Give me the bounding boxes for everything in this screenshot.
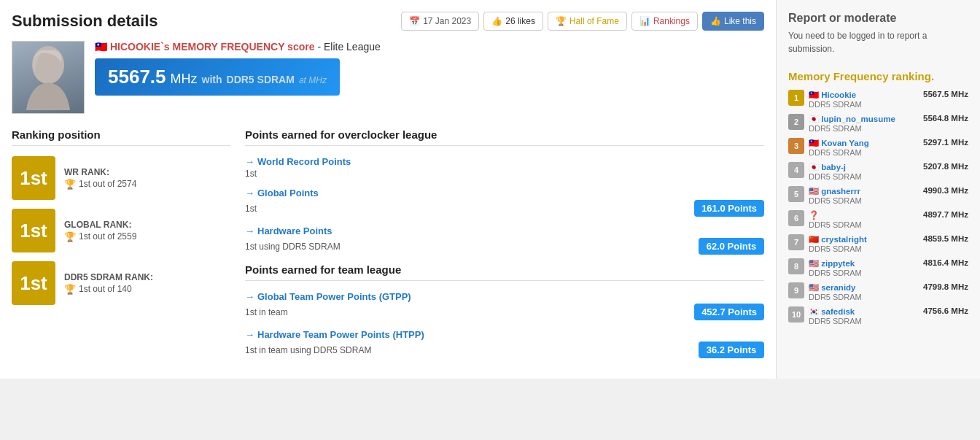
wr-points-category: World Record Points xyxy=(245,156,764,167)
trophy-icon-global: 🏆 xyxy=(64,231,76,242)
global-rank-value: 🏆 1st out of 2559 xyxy=(64,231,230,242)
sidebar-rank-name[interactable]: 🇹🇼 Hicookie xyxy=(809,90,919,100)
sidebar-rank-num: 9 xyxy=(788,282,804,298)
team-section-title: Points earned for team league xyxy=(245,263,764,281)
gtpp-value-row: 1st in team 452.7 Points xyxy=(245,304,764,320)
sidebar-rank-item: 8🇺🇸 zippytekDDR5 SDRAM4816.4 MHz xyxy=(788,258,968,277)
gtpp-points-row: Global Team Power Points (GTPP) 1st in t… xyxy=(245,291,764,320)
sidebar-rank-name[interactable]: 🇺🇸 zippytek xyxy=(809,258,919,269)
sidebar-rank-score: 4756.6 MHz xyxy=(923,306,968,315)
trophy-icon: 🏆 xyxy=(556,16,567,26)
sidebar-rank-sub: DDR5 SDRAM xyxy=(809,124,919,133)
sidebar-rank-score: 4990.3 MHz xyxy=(923,186,968,195)
sidebar-rank-item: 2🇯🇵 lupin_no_musumeDDR5 SDRAM5564.8 MHz xyxy=(788,114,968,133)
sidebar-rank-name[interactable]: 🇺🇸 seranidy xyxy=(809,282,919,293)
gtpp-badge: 452.7 Points xyxy=(694,304,764,320)
global-points-badge: 161.0 Points xyxy=(694,200,764,217)
sidebar-rank-score: 5297.1 MHz xyxy=(923,138,968,147)
sidebar-rank-sub: DDR5 SDRAM xyxy=(809,244,919,253)
sidebar-rank-info: 🇹🇼 HicookieDDR5 SDRAM xyxy=(809,90,919,109)
sidebar-rank-num: 5 xyxy=(788,186,804,202)
wr-rank-info: WR RANK: 🏆 1st out of 2574 xyxy=(64,167,230,190)
sidebar-rank-score: 4897.7 MHz xyxy=(923,210,968,219)
hardware-points-category: Hardware Points xyxy=(245,225,764,236)
sidebar-rank-sub: DDR5 SDRAM xyxy=(809,172,919,181)
sidebar-rank-score: 5567.5 MHz xyxy=(923,90,968,99)
rankings-button[interactable]: 📊 Rankings xyxy=(631,12,698,31)
ranking-position-col: Ranking position 1st WR RANK: 🏆 1st out … xyxy=(12,128,230,367)
dash: - xyxy=(317,41,324,53)
hall-of-fame-button[interactable]: 🏆 Hall of Fame xyxy=(548,12,627,31)
global-points-row: Global Points 1st 161.0 Points xyxy=(245,188,764,217)
wr-ranking-row: 1st WR RANK: 🏆 1st out of 2574 xyxy=(12,156,230,200)
sidebar-rank-info: 🇺🇸 zippytekDDR5 SDRAM xyxy=(809,258,919,277)
thumbs-up-icon: 👍 xyxy=(710,16,721,26)
sidebar-rank-item: 9🇺🇸 seranidyDDR5 SDRAM4799.8 MHz xyxy=(788,282,968,301)
sidebar-rank-name[interactable]: 🇯🇵 lupin_no_musume xyxy=(809,114,919,124)
report-title: Report or moderate xyxy=(788,12,968,25)
sidebar-rank-score: 4799.8 MHz xyxy=(923,282,968,291)
ddr5-ranking-row: 1st DDR5 SDRAM RANK: 🏆 1st out of 140 xyxy=(12,261,230,305)
submission-info: 🇹🇼 HICOOKIE`s MEMORY FREQUENCY score - E… xyxy=(12,41,764,114)
sidebar-ranking-title: Memory Frequency ranking. xyxy=(788,70,968,82)
sidebar-rank-item: 7🇨🇳 crystalrightDDR5 SDRAM4859.5 MHz xyxy=(788,234,968,253)
sidebar-rank-name[interactable]: 🇺🇸 gnasherrr xyxy=(809,186,919,196)
sidebar-rank-name[interactable]: 🇰🇷 safedisk xyxy=(809,306,919,317)
sidebar-rank-sub: DDR5 SDRAM xyxy=(809,196,919,205)
global-rank-info: GLOBAL RANK: 🏆 1st out of 2559 xyxy=(64,220,230,242)
date-icon: 📅 xyxy=(409,16,420,26)
sidebar-rank-sub: DDR5 SDRAM xyxy=(809,317,919,325)
like-this-button[interactable]: 👍 Like this xyxy=(702,12,764,31)
sidebar-rank-name[interactable]: 🇹🇼 Kovan Yang xyxy=(809,138,919,148)
sidebar-rank-name[interactable]: ❓ xyxy=(809,210,919,220)
sidebar-rank-item: 1🇹🇼 HicookieDDR5 SDRAM5567.5 MHz xyxy=(788,90,968,109)
sidebar-rank-num: 1 xyxy=(788,90,804,106)
two-col-layout: Ranking position 1st WR RANK: 🏆 1st out … xyxy=(12,128,764,367)
likes-button[interactable]: 👍 26 likes xyxy=(483,12,543,31)
sidebar-rank-info: 🇹🇼 Kovan YangDDR5 SDRAM xyxy=(809,138,919,157)
overclocker-section-title: Points earned for overclocker league xyxy=(245,128,764,146)
sidebar-rank-num: 3 xyxy=(788,138,804,154)
ddr5-rank-value: 🏆 1st out of 140 xyxy=(64,284,230,295)
avatar xyxy=(12,41,85,114)
score-with-label: with xyxy=(202,74,222,85)
header-actions: 📅 17 Jan 2023 👍 26 likes 🏆 Hall of Fame … xyxy=(401,12,764,31)
sidebar-rank-num: 2 xyxy=(788,114,804,130)
global-rank-badge: 1st xyxy=(12,209,55,252)
flag-icon: 🇹🇼 xyxy=(95,41,107,53)
sidebar-rank-num: 6 xyxy=(788,210,804,226)
gtpp-category: Global Team Power Points (GTPP) xyxy=(245,291,764,302)
sidebar-rank-score: 5564.8 MHz xyxy=(923,114,968,123)
wr-points-value-row: 1st xyxy=(245,169,764,179)
sidebar: Report or moderate You need to be logged… xyxy=(776,0,980,379)
hardware-points-badge: 62.0 Points xyxy=(699,238,764,255)
ddr5-rank-badge: 1st xyxy=(12,261,55,305)
wr-rank-badge: 1st xyxy=(12,156,55,200)
likes-icon: 👍 xyxy=(491,16,502,26)
sidebar-rank-info: 🇯🇵 lupin_no_musumeDDR5 SDRAM xyxy=(809,114,919,133)
sidebar-rank-num: 8 xyxy=(788,258,804,274)
global-points-value-row: 1st 161.0 Points xyxy=(245,200,764,217)
sidebar-rank-name[interactable]: 🇯🇵 baby-j xyxy=(809,162,919,172)
sidebar-ranking-list: 1🇹🇼 HicookieDDR5 SDRAM5567.5 MHz2🇯🇵 lupi… xyxy=(788,90,968,325)
date-button[interactable]: 📅 17 Jan 2023 xyxy=(401,12,479,31)
sidebar-rank-info: 🇺🇸 seranidyDDR5 SDRAM xyxy=(809,282,919,301)
sidebar-rank-item: 10🇰🇷 safediskDDR5 SDRAM4756.6 MHz xyxy=(788,306,968,325)
sidebar-rank-item: 5🇺🇸 gnasherrrDDR5 SDRAM4990.3 MHz xyxy=(788,186,968,205)
wr-rank-value: 🏆 1st out of 2574 xyxy=(64,179,230,190)
htpp-badge: 36.2 Points xyxy=(699,341,764,358)
sidebar-rank-sub: DDR5 SDRAM xyxy=(809,100,919,109)
trophy-icon-ddr5: 🏆 xyxy=(64,284,76,295)
sidebar-rank-score: 4816.4 MHz xyxy=(923,258,968,267)
ranking-section-title: Ranking position xyxy=(12,128,230,146)
wr-points-row: World Record Points 1st xyxy=(245,156,764,179)
sidebar-rank-info: 🇰🇷 safediskDDR5 SDRAM xyxy=(809,306,919,325)
page-title: Submission details xyxy=(12,12,158,31)
sidebar-rank-info: ❓ DDR5 SDRAM xyxy=(809,210,919,229)
htpp-category: Hardware Team Power Points (HTPP) xyxy=(245,329,764,340)
sidebar-rank-info: 🇯🇵 baby-jDDR5 SDRAM xyxy=(809,162,919,181)
trophy-icon-wr: 🏆 xyxy=(64,179,76,190)
sidebar-rank-name[interactable]: 🇨🇳 crystalright xyxy=(809,234,919,244)
ddr5-rank-info: DDR5 SDRAM RANK: 🏆 1st out of 140 xyxy=(64,272,230,295)
score-badge: 5567.5 MHz with DDR5 SDRAM at MHz xyxy=(95,58,340,96)
